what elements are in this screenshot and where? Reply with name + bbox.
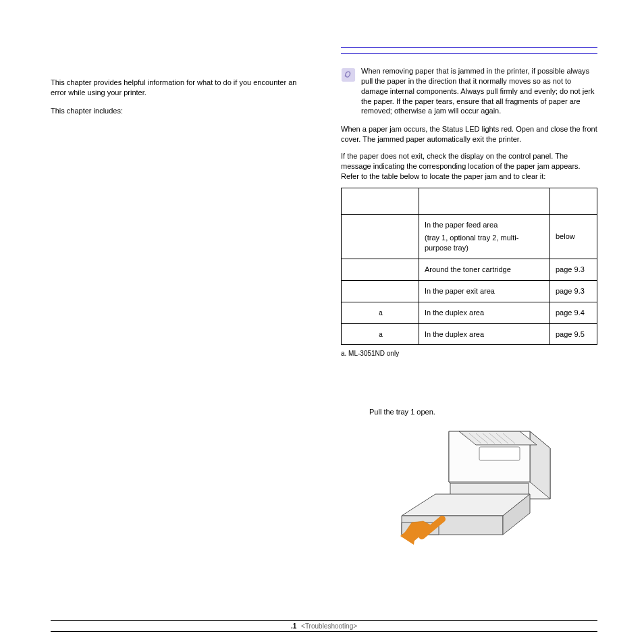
cell-goto: page 9.3 [550, 259, 597, 280]
th-location [419, 188, 550, 215]
table-row: In the paper feed area (tray 1, optional… [342, 215, 597, 259]
cell-location: Around the toner cartridge [419, 259, 550, 280]
intro-paragraph: This chapter provides helpful informatio… [51, 78, 300, 98]
cell-goto: below [550, 215, 597, 259]
includes-label: This chapter includes: [51, 106, 300, 116]
page-number: .1 [291, 622, 296, 630]
page-footer: .1 <Troubleshooting> [51, 620, 597, 632]
cell-location: In the paper feed area (tray 1, optional… [419, 215, 550, 259]
table-footnote: a. ML-3051ND only [341, 349, 597, 358]
jam-location-table: In the paper feed area (tray 1, optional… [341, 188, 597, 345]
printer-illustration [375, 421, 597, 559]
cell-message [342, 215, 419, 259]
step-instruction: Pull the tray 1 open. [369, 407, 597, 417]
cell-goto: page 9.3 [550, 280, 597, 302]
right-column: When removing paper that is jammed in th… [341, 47, 597, 559]
table-row: In the paper exit area page 9.3 [342, 280, 597, 302]
cell-message: a [342, 323, 419, 345]
cell-message [342, 280, 419, 302]
cell-message: a [342, 302, 419, 323]
svg-rect-1 [479, 447, 520, 460]
table-header-row [342, 188, 597, 215]
table-row: a In the duplex area page 9.4 [342, 302, 597, 323]
section-rule-bottom [341, 53, 597, 54]
table-row: a In the duplex area page 9.5 [342, 323, 597, 345]
chapter-name: <Troubleshooting> [301, 622, 357, 630]
cell-goto: page 9.4 [550, 302, 597, 323]
left-column: This chapter provides helpful informatio… [51, 78, 300, 124]
svg-rect-0 [342, 68, 355, 82]
cell-location: In the duplex area [419, 302, 550, 323]
table-row: Around the toner cartridge page 9.3 [342, 259, 597, 280]
cell-location: In the paper exit area [419, 280, 550, 302]
clip-icon [341, 68, 356, 82]
paragraph-status-led: When a paper jam occurs, the Status LED … [341, 124, 597, 144]
paragraph-check-display: If the paper does not exit, check the di… [341, 151, 597, 182]
th-message [342, 188, 419, 215]
th-goto [550, 188, 597, 215]
cell-message [342, 259, 419, 280]
cell-goto: page 9.5 [550, 323, 597, 345]
section-rule-top [341, 47, 597, 48]
cell-location: In the duplex area [419, 323, 550, 345]
note-text: When removing paper that is jammed in th… [361, 66, 597, 116]
note-box: When removing paper that is jammed in th… [341, 66, 597, 116]
